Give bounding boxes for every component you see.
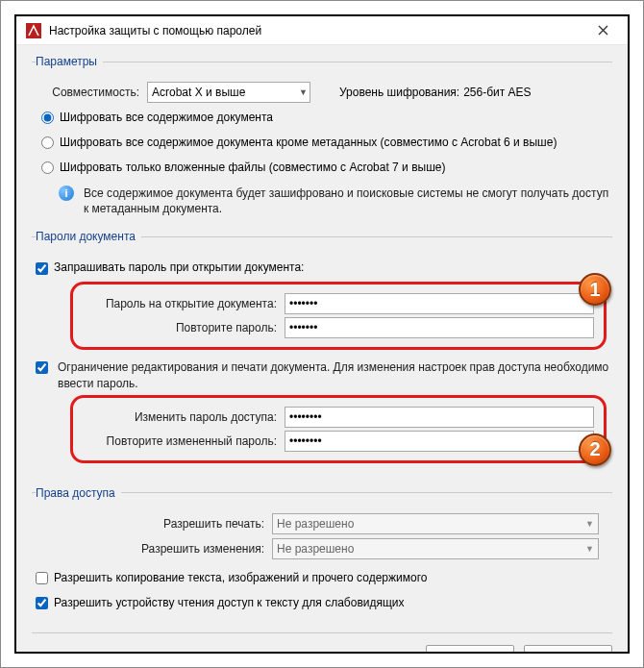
- compat-label: Совместимость:: [41, 86, 147, 99]
- print-label: Разрешить печать:: [32, 517, 272, 531]
- info-icon: i: [59, 186, 74, 201]
- change-password-repeat-label: Повторите измененный пароль:: [83, 434, 285, 448]
- radio-encrypt-meta[interactable]: Шифровать все содержимое документа кроме…: [41, 136, 557, 149]
- callout-2: 2 Изменить пароль доступа: Повторите изм…: [70, 395, 607, 463]
- parameters-legend: Параметры: [36, 55, 103, 68]
- app-icon: [26, 23, 41, 38]
- restrict-label: Ограничение редактирования и печати доку…: [58, 359, 612, 390]
- changes-value: Не разрешено: [277, 542, 354, 556]
- callout-1: 1 Пароль на открытие документа: Повторит…: [70, 282, 607, 350]
- close-icon: [598, 25, 608, 36]
- change-password-repeat-input[interactable]: [285, 431, 594, 452]
- badge-2: 2: [579, 433, 611, 466]
- close-button[interactable]: [583, 17, 622, 44]
- radio-encrypt-attach[interactable]: Шифровать только вложенные файлы (совмес…: [41, 161, 445, 174]
- parameters-group: Параметры Совместимость: Acrobat X и выш…: [32, 55, 612, 226]
- require-open-label: Запрашивать пароль при открытии документ…: [54, 260, 304, 274]
- allow-copy-label: Разрешить копирование текста, изображени…: [54, 571, 427, 584]
- dialog-buttons: Да Отмена: [32, 632, 612, 652]
- radio-encrypt-all[interactable]: Шифровать все содержимое документа: [41, 111, 273, 124]
- require-open-checkbox[interactable]: Запрашивать пароль при открытии документ…: [36, 260, 304, 274]
- info-text: Все содержимое документа будет зашифрова…: [84, 186, 612, 216]
- open-password-input[interactable]: [285, 293, 594, 314]
- radio-encrypt-meta-label: Шифровать все содержимое документа кроме…: [60, 136, 557, 149]
- badge-1: 1: [579, 273, 611, 306]
- chevron-down-icon: ▼: [585, 544, 594, 554]
- chevron-down-icon: ▼: [585, 519, 594, 529]
- print-select[interactable]: Не разрешено ▼: [272, 513, 599, 534]
- passwords-group: Пароли документа Запрашивать пароль при …: [32, 230, 612, 482]
- allow-screen-reader-label: Разрешить устройству чтения доступ к тек…: [54, 596, 405, 609]
- radio-encrypt-all-label: Шифровать все содержимое документа: [60, 111, 273, 124]
- restrict-checkbox[interactable]: [36, 361, 48, 374]
- change-password-label: Изменить пароль доступа:: [83, 410, 285, 424]
- permissions-legend: Права доступа: [36, 486, 121, 500]
- allow-copy-checkbox[interactable]: Разрешить копирование текста, изображени…: [36, 571, 427, 584]
- allow-screen-reader-checkbox[interactable]: Разрешить устройству чтения доступ к тек…: [36, 596, 405, 609]
- open-password-repeat-input[interactable]: [285, 317, 594, 338]
- ok-button[interactable]: Да: [426, 645, 514, 652]
- chevron-down-icon: ▼: [299, 87, 308, 97]
- enc-level-label: Уровень шифрования:: [339, 86, 459, 99]
- compat-select[interactable]: Acrobat X и выше ▼: [147, 82, 310, 103]
- open-password-label: Пароль на открытие документа:: [83, 297, 285, 310]
- cancel-button[interactable]: Отмена: [524, 645, 612, 652]
- open-password-repeat-label: Повторите пароль:: [83, 321, 285, 334]
- changes-label: Разрешить изменения:: [32, 542, 272, 556]
- compat-value: Acrobat X и выше: [152, 86, 245, 99]
- titlebar: Настройка защиты с помощью паролей: [16, 16, 628, 45]
- enc-level-value: 256-бит AES: [463, 86, 531, 99]
- change-password-input[interactable]: [285, 407, 594, 428]
- passwords-legend: Пароли документа: [36, 230, 141, 243]
- radio-encrypt-attach-label: Шифровать только вложенные файлы (совмес…: [60, 161, 445, 174]
- permissions-group: Права доступа Разрешить печать: Не разре…: [32, 486, 612, 627]
- print-value: Не разрешено: [277, 517, 354, 531]
- window-title: Настройка защиты с помощью паролей: [49, 24, 583, 37]
- changes-select[interactable]: Не разрешено ▼: [272, 538, 599, 559]
